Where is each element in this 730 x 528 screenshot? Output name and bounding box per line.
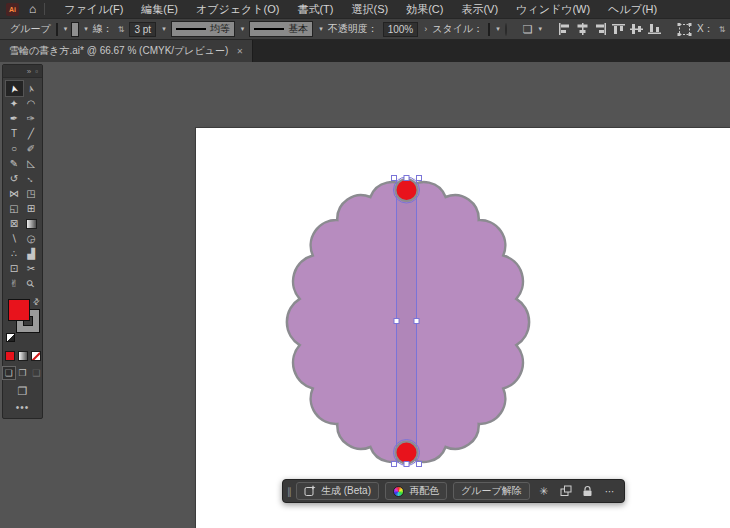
- stroke-dropdown-icon[interactable]: ▾: [84, 25, 88, 33]
- opacity-field[interactable]: 100%: [383, 22, 419, 37]
- symbol-sprayer-icon: ∴: [11, 249, 17, 259]
- symbol-sprayer-tool[interactable]: ∴: [6, 246, 23, 261]
- menu-item-2[interactable]: オブジェクト(O): [187, 0, 288, 18]
- gradient-tool[interactable]: [23, 216, 40, 231]
- paintbrush-tool[interactable]: ✐: [23, 141, 40, 156]
- ungroup-button[interactable]: グループ解除: [453, 482, 530, 500]
- tab-close-icon[interactable]: ✕: [236, 47, 243, 56]
- ellipse-tool[interactable]: ○: [6, 141, 23, 156]
- width-tool[interactable]: ⋈: [6, 186, 23, 201]
- taskbar-more-icon[interactable]: ⋯: [602, 486, 618, 497]
- toolbar-more-icon[interactable]: •••: [3, 402, 42, 413]
- menu-item-6[interactable]: 表示(V): [452, 0, 507, 18]
- style-dropdown-icon[interactable]: ▾: [496, 25, 500, 33]
- taskbar-settings-icon[interactable]: ✳: [536, 485, 552, 498]
- fill-color-swatch[interactable]: [56, 23, 58, 36]
- align-left-icon[interactable]: [558, 23, 571, 35]
- width-profile-dropdown[interactable]: 均等: [171, 21, 235, 37]
- stroke-width-dropdown-icon[interactable]: ▾: [162, 25, 166, 33]
- menu-separator: [44, 3, 45, 15]
- eyedropper-tool[interactable]: ∖: [6, 231, 23, 246]
- swap-fill-stroke-icon[interactable]: ⇄: [31, 296, 42, 307]
- menu-item-4[interactable]: 選択(S): [342, 0, 397, 18]
- opacity-label: 不透明度：: [328, 22, 378, 36]
- lock-icon[interactable]: [580, 485, 596, 497]
- align-bottom-icon[interactable]: [648, 23, 661, 35]
- fill-indicator[interactable]: [8, 299, 30, 321]
- document-setup-icon[interactable]: ❏: [523, 23, 533, 36]
- stroke-width-stepper-icon[interactable]: ⇅: [118, 25, 125, 34]
- recolor-artwork-icon[interactable]: [505, 23, 507, 36]
- illustrator-logo-icon[interactable]: Ai: [6, 3, 19, 16]
- mesh-tool[interactable]: ⊠: [6, 216, 23, 231]
- menu-item-3[interactable]: 書式(T): [288, 0, 342, 18]
- screen-mode-icon[interactable]: ❐: [3, 385, 42, 398]
- rotate-tool[interactable]: ↺: [6, 171, 23, 186]
- brush-label: 基本: [288, 22, 308, 36]
- recolor-button[interactable]: 再配色: [385, 482, 447, 500]
- align-top-icon[interactable]: [612, 23, 625, 35]
- panel-menu-icon[interactable]: ▫: [35, 67, 38, 76]
- curvature-tool[interactable]: ✑: [23, 111, 40, 126]
- free-transform-icon: ◳: [26, 189, 35, 199]
- stroke-color-swatch[interactable]: [72, 23, 78, 36]
- brush-definition-dropdown[interactable]: 基本: [249, 21, 313, 37]
- type-tool[interactable]: T: [6, 126, 23, 141]
- draw-behind-icon[interactable]: ❐: [17, 367, 29, 379]
- menu-item-0[interactable]: ファイル(F): [55, 0, 132, 18]
- x-stepper-icon[interactable]: ⇅: [719, 25, 726, 34]
- mesh-icon: ⊠: [10, 219, 18, 229]
- fill-dropdown-icon[interactable]: ▾: [64, 25, 68, 33]
- graph-tool[interactable]: ▟: [23, 246, 40, 261]
- panel-collapse-icon[interactable]: »: [27, 67, 31, 76]
- transform-options-icon[interactable]: [677, 23, 692, 36]
- home-icon[interactable]: ⌂: [29, 2, 36, 16]
- color-button[interactable]: [5, 351, 15, 361]
- opacity-more-icon[interactable]: ›: [424, 24, 427, 34]
- pen-tool[interactable]: ✒: [6, 111, 23, 126]
- pen-nib-icon: ✒: [10, 114, 18, 124]
- none-button[interactable]: [31, 351, 41, 361]
- zoom-tool[interactable]: ⚲: [23, 276, 40, 291]
- shape-builder-tool[interactable]: ◱: [6, 201, 23, 216]
- generate-button[interactable]: 生成 (Beta): [296, 482, 379, 500]
- document-tab[interactable]: 雪輪の書き方.ai* @ 66.67 % (CMYK/プレビュー) ✕: [0, 40, 253, 62]
- blend-tool[interactable]: ◶: [23, 231, 40, 246]
- group-copy-icon[interactable]: [558, 485, 574, 497]
- brush-dropdown-icon[interactable]: ▾: [319, 25, 323, 33]
- stroke-width-field[interactable]: 3 pt: [129, 22, 156, 37]
- scale-tool[interactable]: ↔: [23, 171, 40, 186]
- lasso-tool[interactable]: ◠: [23, 96, 40, 111]
- menu-item-1[interactable]: 編集(E): [132, 0, 187, 18]
- direct-selection-tool[interactable]: ➢: [23, 81, 40, 96]
- free-transform-tool[interactable]: ◳: [23, 186, 40, 201]
- artboard-tool[interactable]: ⊡: [6, 261, 23, 276]
- align-right-icon[interactable]: [594, 23, 607, 35]
- style-swatch[interactable]: [488, 23, 490, 36]
- perspective-grid-tool[interactable]: ⊞: [23, 201, 40, 216]
- hand-tool[interactable]: ✌: [6, 276, 23, 291]
- line-segment-tool[interactable]: ╱: [23, 126, 40, 141]
- width-profile-dropdown-icon[interactable]: ▾: [241, 25, 245, 33]
- eyedropper-icon: ∖: [11, 234, 17, 244]
- slice-tool[interactable]: ✂: [23, 261, 40, 276]
- artboard[interactable]: [196, 128, 730, 528]
- width-profile-label: 均等: [210, 22, 230, 36]
- align-vertical-center-icon[interactable]: [630, 23, 643, 35]
- draw-inside-icon[interactable]: ❑: [30, 367, 42, 379]
- menu-item-7[interactable]: ウィンドウ(W): [507, 0, 599, 18]
- menu-item-8[interactable]: ヘルプ(H): [599, 0, 666, 18]
- draw-normal-icon[interactable]: ❏: [3, 367, 15, 379]
- selection-type-label: グループ: [10, 22, 51, 36]
- document-setup-dropdown-icon[interactable]: ▾: [539, 25, 543, 33]
- magic-wand-tool[interactable]: ✦: [6, 96, 23, 111]
- align-horizontal-center-icon[interactable]: [576, 23, 589, 35]
- menu-item-5[interactable]: 効果(C): [397, 0, 452, 18]
- gradient-button[interactable]: [18, 351, 28, 361]
- eraser-tool[interactable]: ◺: [23, 156, 40, 171]
- menu-bar: Ai ⌂ ファイル(F)編集(E)オブジェクト(O)書式(T)選択(S)効果(C…: [0, 0, 730, 18]
- pencil-tool[interactable]: ✎: [6, 156, 23, 171]
- default-fill-stroke-icon[interactable]: [6, 333, 15, 342]
- taskbar-drag-handle[interactable]: ∥: [287, 486, 290, 497]
- selection-tool[interactable]: ➤: [6, 81, 23, 96]
